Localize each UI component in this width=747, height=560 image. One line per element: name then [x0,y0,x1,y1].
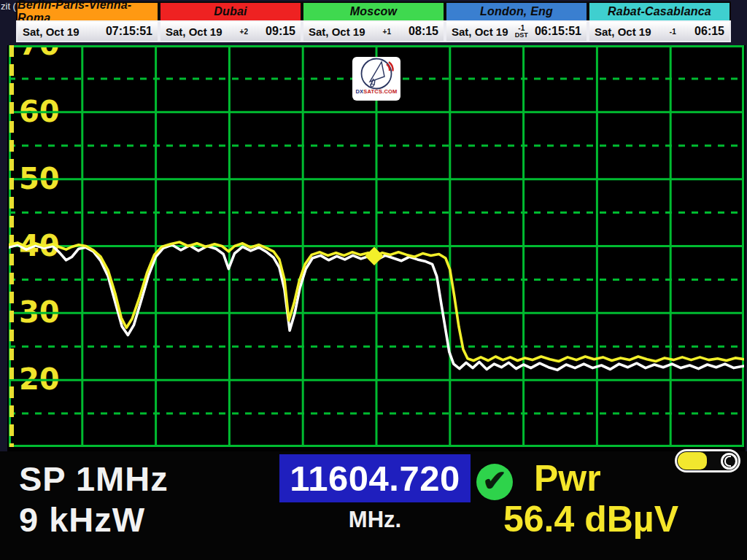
clock-utc-offset: +1 [365,28,409,36]
frequency-value: 11604.720 [290,458,460,499]
clock-column-4: London, EngSat, Oct 19-1DST06:15:51 [445,1,588,44]
frequency-readout-box[interactable]: 11604.720 [279,454,471,502]
clock-date: Sat, Oct 19 [23,26,80,38]
dxsatcs-logo: DXSATCS.COM [352,57,400,101]
satellite-dish-icon [355,57,398,90]
readout-panel: SP 1MHz 9 kHzW 11604.720 MHz. ✔ Pwr 56.4… [0,451,747,560]
clock-time: 08:15 [409,25,438,38]
clock-time-row: Sat, Oct 19+209:15 [159,20,302,42]
clock-city-name: Berlin-Paris-Vienna-Roma [16,1,159,20]
clock-city-name: London, Eng [445,1,588,20]
logo-text: DXSATCS.COM [355,89,397,95]
toggle-dial-inner-icon [724,456,731,467]
clock-city-name: Moscow [302,1,445,20]
clock-column-1: Berlin-Paris-Vienna-RomaSat, Oct 1907:15… [16,1,159,44]
background-window-fragment: zit ( [1,1,16,12]
trace-marker-diamond[interactable] [365,247,383,265]
clock-time-row: Sat, Oct 1907:15:51 [16,20,159,42]
clock-time: 06:15 [694,25,724,38]
power-label: Pwr [534,457,601,499]
clock-date: Sat, Oct 19 [166,26,222,38]
clock-time-row: Sat, Oct 19-1DST06:15:51 [445,20,588,42]
clock-time: 06:15:51 [535,25,581,38]
clock-column-3: MoscowSat, Oct 19+108:15 [302,1,445,44]
clock-date: Sat, Oct 19 [452,26,508,38]
clock-time-row: Sat, Oct 19+108:15 [302,20,445,42]
clock-column-5: Rabat-CasablancaSat, Oct 19-106:15 [588,1,731,44]
spectrum-display: 706050403020 DXSATCS.COM [7,45,746,451]
spectrum-plot [9,45,744,447]
span-setting-label: SP 1MHz [19,459,169,499]
clock-city-name: Rabat-Casablanca [588,1,731,20]
top-strip: zit ( Berlin-Paris-Vienna-RomaSat, Oct 1… [0,0,747,45]
power-value: 56.4 dBµV [503,498,678,540]
clock-utc-offset: -1DST [508,24,535,39]
clock-time: 09:15 [266,25,295,38]
bandwidth-setting-label: 9 kHzW [19,499,145,540]
toggle-knob[interactable] [678,452,707,470]
clock-column-2: DubaiSat, Oct 19+209:15 [159,1,302,44]
trace-toggle-switch[interactable] [675,449,740,472]
clock-city-name: Dubai [159,1,302,20]
clock-time-row: Sat, Oct 19-106:15 [588,20,731,42]
clock-utc-offset: -1 [651,28,695,36]
frequency-unit-label: MHz. [279,507,471,533]
clock-date: Sat, Oct 19 [309,26,365,38]
clock-utc-offset: +2 [222,28,266,36]
checkmark-icon: ✔ [482,466,507,495]
world-clock-bar: Berlin-Paris-Vienna-RomaSat, Oct 1907:15… [16,1,731,44]
clock-date: Sat, Oct 19 [595,26,651,38]
lock-status-icon: ✔ [476,464,513,500]
clock-time: 07:15:51 [106,25,152,38]
